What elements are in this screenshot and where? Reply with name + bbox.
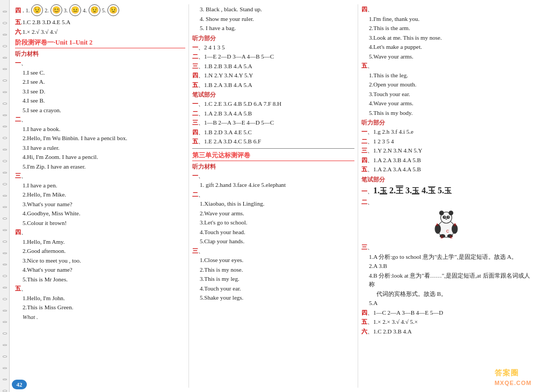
page-number: 42	[12, 380, 27, 389]
hole	[3, 332, 7, 334]
san-san-3: 3.This is my leg.	[200, 274, 354, 284]
yi-item-4: 4.I see B.	[23, 96, 185, 105]
r-si-2: 2.This is the arm.	[369, 24, 532, 33]
bi-si-answer: 1.B 2.D 3.A 4.E 5.C	[204, 129, 252, 135]
right-liu-answers: 1.C 2.D 3.B 4.A	[373, 328, 412, 335]
r-wu-5: 5.This is my body.	[369, 108, 532, 118]
right-si-ans-label: 四、1—C 2—A 3—B 4—E 5—D	[361, 308, 532, 317]
hole	[3, 367, 7, 369]
hole	[3, 149, 7, 150]
ting-er-ans: 1 2 3 5 4	[373, 138, 394, 144]
si-label-row: 四、	[15, 228, 185, 237]
svg-text:C: C	[446, 229, 449, 233]
extra-item-5: 5. I have a bag.	[200, 24, 354, 33]
right-si-items: 1.I'm fine, thank you. 2.This is the arm…	[369, 14, 532, 61]
panda-diagram: A B C D E	[361, 208, 532, 241]
what-dot: What .	[23, 313, 185, 322]
page-container: 四. 1. 😟 2. 😊 3. 😐 4. 😟 5. 😟 五.1.C 2.B 3.…	[0, 0, 537, 392]
san-item-3: 3.What's your name?	[23, 200, 185, 209]
face-num-2: 2.	[45, 8, 49, 13]
hole	[3, 126, 7, 127]
bi-san-row: 三、1—B 2—A 3—E 4—D 5—C	[192, 118, 354, 127]
hole	[3, 344, 7, 346]
bi-san-answer: 1—B 2—A 3—E 4—D 5—C	[204, 119, 274, 126]
svg-text:A: A	[436, 223, 439, 227]
svg-point-2	[439, 210, 444, 215]
bi-si-row: 四、1.B 2.D 3.A 4.E 5.C	[192, 128, 354, 137]
mid-san-row: 三、1.B 2.B 3.B 4.A 5.A	[192, 62, 354, 71]
san-label: 三	[15, 172, 21, 179]
right-ting-si: 四、1.A 2.A 3.B 4.A 5.B	[361, 156, 532, 165]
yi-dot: 、	[21, 60, 27, 66]
ting-li-cai-liao: 听力材料	[15, 50, 185, 58]
bi-yi-chars: 1.玉 2.王 3.玉 4.玉 5.玉	[373, 186, 452, 195]
right-wu-label: 五、	[361, 61, 532, 70]
hole	[3, 252, 7, 254]
hole	[3, 217, 7, 219]
san-yi-label: 一、	[192, 171, 354, 180]
san-er-label: 二、	[192, 190, 354, 199]
san-er-1: 1.Xiaobao, this is Lingling.	[200, 199, 354, 208]
right-wu-ans-label: 五、1.× 2.× 3.√ 4.√ 5.×	[361, 317, 532, 326]
r-san-5a: 5.A	[369, 299, 532, 308]
r-si-4: 4.Let's make a puppet.	[369, 42, 532, 52]
hole	[3, 183, 7, 185]
san-er-5: 5.Clap your hands.	[200, 237, 354, 246]
bi-wu-row: 五、1.E 2.A 3.D 4.C 5.B 6.F	[192, 137, 354, 146]
hole	[3, 355, 7, 357]
hole	[3, 11, 7, 12]
right-column: 四、 1.I'm fine, thank you. 2.This is the …	[358, 4, 535, 388]
right-si-label: 四、	[361, 5, 532, 14]
right-wu-items: 1.This is the leg. 2.Open your mouth. 3.…	[369, 71, 532, 118]
mid-er-row: 二、1—E 2—D 3—A 4—B 5—C	[192, 52, 354, 61]
right-si-answers: 1—C 2—A 3—B 4—E 5—D	[373, 309, 443, 316]
bi-wu-answer: 1.E 2.A 3.D 4.C 5.B 6.F	[204, 138, 261, 144]
si-item-4: 4.What's your name?	[23, 265, 185, 274]
si-item-5: 5.This is Mr Jones.	[23, 275, 185, 284]
wu2-items: 1.Hello, I'm John. 2.This is Miss Green.	[23, 294, 185, 312]
face-4: 😟	[89, 4, 100, 16]
wu2-label-row: 五、	[15, 284, 185, 293]
r-si-3: 3.Look at me. This is my nose.	[369, 33, 532, 42]
san-san-5: 5.Shake your legs.	[200, 293, 354, 302]
right-ting-yi: 一、1.g 2.h 3.f 4.i 5.e	[361, 127, 532, 136]
spine	[0, 0, 10, 392]
liu-answers: 1.× 2.√ 3.√ 4.√	[23, 28, 58, 35]
svg-point-8	[446, 219, 448, 220]
hole	[3, 379, 7, 380]
right-liu-ans-label: 六、1.C 2.D 3.B 4.A	[361, 327, 532, 336]
svg-point-7	[448, 216, 449, 217]
bi-er-answer: 1.A 2.B 3.A 4.A 5.B	[204, 110, 252, 117]
extra-item-4: 4. Show me your ruler.	[200, 14, 354, 24]
hole	[3, 22, 7, 24]
r-wu-3: 3.Touch your ear.	[369, 90, 532, 99]
r-si-1: 1.I'm fine, thank you.	[369, 14, 532, 24]
extra-items: 3. Black , black. Stand up. 4. Show me y…	[200, 5, 354, 33]
san-item-5: 5.Colour it brown!	[23, 219, 185, 228]
mid-si-row: 四、1.N 2.Y 3.N 4.Y 5.Y	[192, 71, 354, 80]
columns: 四. 1. 😟 2. 😊 3. 😐 4. 😟 5. 😟 五.1.C 2.B 3.…	[10, 0, 537, 392]
hole	[3, 68, 7, 70]
hole	[3, 91, 7, 93]
san-er-4: 4.Touch your head.	[200, 228, 354, 237]
mid-er-answer: 1—E 2—D 3—A 4—B 5—C	[204, 53, 274, 60]
mid-yi-row: 一、2 4 1 3 5	[192, 43, 354, 52]
bi-yi-answer: 1.C 2.E 3.G 4.B 5.D 6.A 7.F 8.H	[204, 100, 281, 107]
r-san-1a: 1.A 分析:go to school 意为"去上学",是固定短语。故选 A。	[369, 252, 532, 262]
divider	[192, 148, 354, 149]
hole	[3, 275, 7, 277]
bi-yi-row: 一、1.C 2.E 3.G 4.B 5.D 6.A 7.F 8.H	[192, 99, 354, 108]
ting-yi-ans: 1.g 2.h 3.f 4.i 5.e	[373, 128, 413, 135]
hole	[3, 195, 7, 197]
yi-item-2: 2.I see A.	[23, 77, 185, 86]
san-er-3: 3.Let's go to school.	[200, 218, 354, 227]
ting-li-bu-fen-mid: 听力部分	[192, 34, 354, 42]
hole	[3, 79, 7, 81]
ting-wu-ans: 1.A 2.A 3.A 4.A 5.B	[373, 166, 421, 172]
hole	[3, 114, 7, 116]
mid-si-answer: 1.N 2.Y 3.N 4.Y 5.Y	[204, 72, 253, 78]
right-ting-er: 二、1 2 3 5 4	[361, 137, 532, 146]
r-san-4b: 4.B 分析:look at 意为"看……",是固定短语,at 后面常跟名词或人…	[369, 271, 532, 289]
hole	[3, 229, 7, 231]
stage-title: 阶段测评卷一·Unit 1–Unit 2	[15, 38, 185, 48]
